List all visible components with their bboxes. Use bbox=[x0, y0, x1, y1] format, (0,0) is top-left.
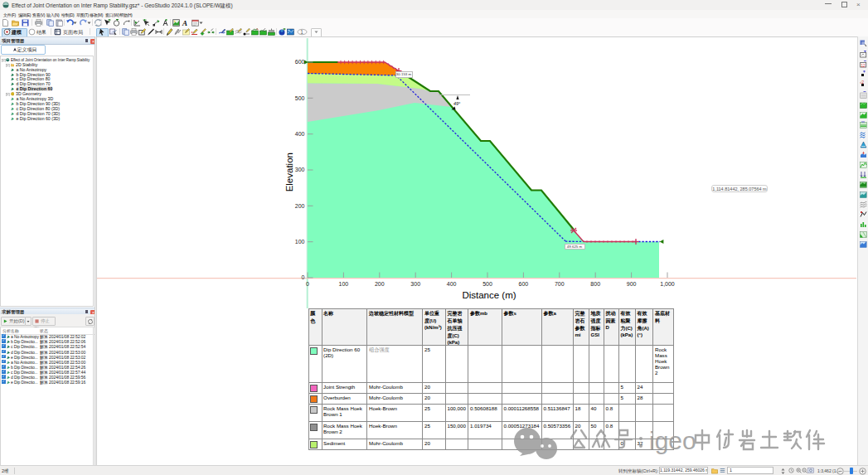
svg-text:100: 100 bbox=[295, 239, 305, 245]
svg-text:300: 300 bbox=[295, 167, 305, 172]
svg-text:Distance (m): Distance (m) bbox=[462, 290, 516, 300]
svg-text:400: 400 bbox=[295, 131, 305, 137]
svg-text:0: 0 bbox=[306, 281, 309, 287]
svg-text:800: 800 bbox=[590, 281, 600, 287]
svg-text:900: 900 bbox=[627, 281, 637, 287]
svg-text:100: 100 bbox=[339, 281, 349, 287]
svg-text:1,000: 1,000 bbox=[660, 281, 675, 287]
svg-text:200: 200 bbox=[295, 203, 305, 209]
svg-text:Elevation: Elevation bbox=[285, 153, 295, 191]
svg-text:A: A bbox=[182, 19, 187, 27]
svg-text:600: 600 bbox=[519, 281, 529, 287]
svg-text:12: 12 bbox=[861, 64, 866, 68]
svg-text:200: 200 bbox=[375, 281, 385, 287]
svg-text:igeo: igeo bbox=[649, 427, 696, 454]
svg-text:1: 1 bbox=[300, 29, 303, 35]
svg-text:600: 600 bbox=[295, 59, 305, 65]
svg-text:700: 700 bbox=[555, 281, 565, 287]
svg-text:400: 400 bbox=[447, 281, 457, 287]
svg-text:49°: 49° bbox=[453, 101, 461, 106]
svg-text:500: 500 bbox=[295, 95, 305, 101]
svg-text:300: 300 bbox=[410, 281, 420, 287]
svg-text:0: 0 bbox=[302, 274, 305, 280]
svg-text:500: 500 bbox=[482, 281, 492, 287]
